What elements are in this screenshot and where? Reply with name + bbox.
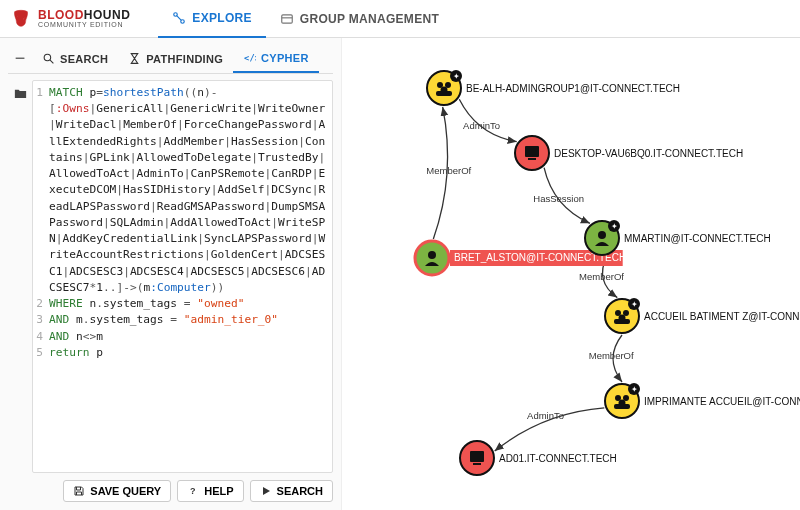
help-icon: ? [187, 485, 199, 497]
svg-point-25 [598, 231, 606, 239]
save-query-button[interactable]: SAVE QUERY [63, 480, 171, 502]
svg-text:✦: ✦ [611, 222, 618, 231]
svg-line-2 [177, 15, 182, 20]
tab-search[interactable]: SEARCH [32, 45, 118, 72]
tab-cypher-label: CYPHER [261, 52, 309, 64]
help-label: HELP [204, 485, 233, 497]
node-label: DESKTOP-VAU6BQ0.IT-CONNECT.TECH [554, 148, 743, 159]
svg-point-5 [44, 54, 51, 61]
play-icon [260, 485, 272, 497]
svg-rect-44 [473, 463, 481, 465]
code-line: 4AND n<>m [33, 329, 327, 345]
node-computer-owned[interactable]: AD01.IT-CONNECT.TECH [460, 441, 617, 475]
svg-marker-7 [132, 54, 139, 64]
node-label: IMPRIMANTE ACCUEIL@IT-CONNECT.TECH [644, 396, 800, 407]
svg-rect-3 [282, 14, 293, 22]
svg-rect-15 [436, 91, 452, 96]
svg-text:✦: ✦ [631, 300, 638, 309]
svg-text:</>: </> [244, 53, 256, 63]
group-icon [280, 12, 294, 26]
save-icon [73, 485, 85, 497]
svg-text:✦: ✦ [631, 385, 638, 394]
svg-marker-10 [263, 487, 270, 495]
svg-text:✦: ✦ [453, 72, 460, 81]
svg-rect-20 [528, 158, 536, 160]
code-line: 2WHERE n.system_tags = "owned" [33, 296, 327, 312]
logo-subtitle: COMMUNITY EDITION [38, 21, 130, 28]
node-label: AD01.IT-CONNECT.TECH [499, 453, 617, 464]
svg-text:?: ? [190, 486, 196, 496]
edge-label: MemberOf [426, 165, 471, 176]
nav-explore-label: EXPLORE [192, 11, 251, 25]
node-label: ACCUEIL BATIMENT Z@IT-CONNECT.TECH [644, 311, 800, 322]
search-label: SEARCH [277, 485, 323, 497]
node-label: MMARTIN@IT-CONNECT.TECH [624, 233, 771, 244]
node-group[interactable]: ✦IMPRIMANTE ACCUEIL@IT-CONNECT.TECH [605, 383, 800, 418]
cypher-icon: </> [243, 51, 256, 64]
search-icon [42, 52, 55, 65]
svg-rect-43 [470, 451, 484, 462]
node-group[interactable]: ✦BE-ALH-ADMINGROUP1@IT-CONNECT.TECH [427, 70, 680, 105]
saved-queries-button[interactable] [8, 80, 32, 473]
svg-rect-32 [614, 319, 630, 324]
cypher-editor[interactable]: 1MATCH p=shortestPath((n)-[:Owns|Generic… [32, 80, 333, 473]
logo-text: BLOODHOUND [38, 9, 130, 21]
query-panel: − SEARCH PATHFINDING </> CYPHER 1MATCH p… [0, 38, 342, 510]
nav-group-management[interactable]: GROUP MANAGEMENT [266, 0, 453, 38]
folder-icon [13, 86, 28, 101]
svg-line-6 [50, 60, 53, 63]
edge-label: AdminTo [463, 120, 500, 131]
svg-point-22 [428, 251, 436, 259]
edge-label: MemberOf [589, 350, 634, 361]
help-button[interactable]: ? HELP [177, 480, 243, 502]
bloodhound-logo-icon [10, 8, 32, 30]
nav-explore[interactable]: EXPLORE [158, 0, 265, 38]
node-label: BE-ALH-ADMINGROUP1@IT-CONNECT.TECH [466, 83, 680, 94]
tab-cypher[interactable]: </> CYPHER [233, 44, 319, 73]
tab-search-label: SEARCH [60, 53, 108, 65]
graph-canvas[interactable]: MemberOfAdminToHasSessionMemberOfMemberO… [342, 38, 800, 510]
edge-label: HasSession [533, 193, 584, 204]
tab-pathfinding-label: PATHFINDING [146, 53, 223, 65]
svg-rect-19 [525, 146, 539, 157]
topbar: BLOODHOUND COMMUNITY EDITION EXPLORE GRO… [0, 0, 800, 38]
search-button[interactable]: SEARCH [250, 480, 333, 502]
code-line: 5return p [33, 345, 327, 361]
panel-tabs: − SEARCH PATHFINDING </> CYPHER [8, 44, 333, 74]
node-computer-owned[interactable]: DESKTOP-VAU6BQ0.IT-CONNECT.TECH [515, 136, 743, 170]
tab-pathfinding[interactable]: PATHFINDING [118, 45, 233, 72]
explore-icon [172, 11, 186, 25]
collapse-button[interactable]: − [8, 48, 32, 69]
logo: BLOODHOUND COMMUNITY EDITION [10, 8, 130, 30]
edge-label: MemberOf [579, 271, 624, 282]
edge-label: AdminTo [527, 410, 564, 421]
save-query-label: SAVE QUERY [90, 485, 161, 497]
node-group[interactable]: ✦ACCUEIL BATIMENT Z@IT-CONNECT.TECH [605, 298, 800, 333]
node-user[interactable]: ✦MMARTIN@IT-CONNECT.TECH [585, 220, 771, 255]
code-line: 3AND m.system_tags = "admin_tier_0" [33, 312, 327, 328]
nav-group-label: GROUP MANAGEMENT [300, 12, 439, 26]
svg-rect-39 [614, 404, 630, 409]
pathfinding-icon [128, 52, 141, 65]
code-line: 1MATCH p=shortestPath((n)-[:Owns|Generic… [33, 85, 327, 296]
